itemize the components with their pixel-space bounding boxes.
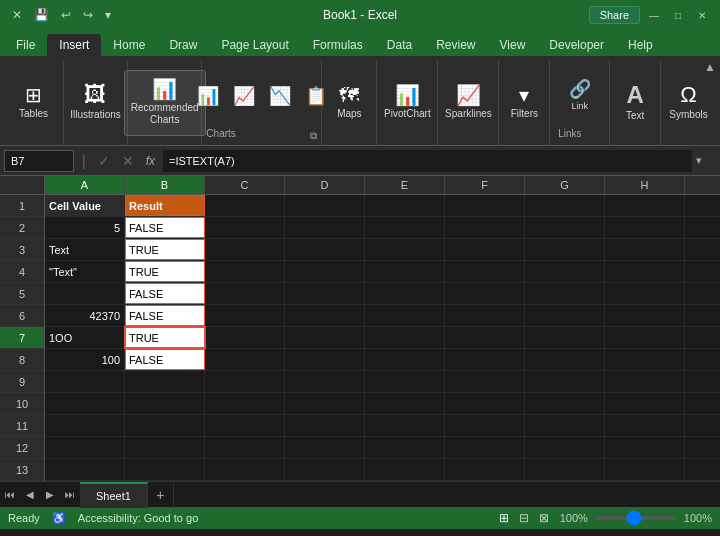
page-layout-view-button[interactable]: ⊟ xyxy=(516,510,532,526)
cell-F5[interactable] xyxy=(445,283,525,304)
col-header-I[interactable]: I xyxy=(685,176,720,194)
cell-B13[interactable] xyxy=(125,459,205,480)
cell-B2[interactable]: FALSE xyxy=(125,217,205,238)
col-header-A[interactable]: A xyxy=(45,176,125,194)
cell-I13[interactable] xyxy=(685,459,720,480)
charts-expand-icon[interactable]: ⧉ xyxy=(310,130,317,142)
cell-E10[interactable] xyxy=(365,393,445,414)
cell-C11[interactable] xyxy=(205,415,285,436)
cell-A8[interactable]: 100 xyxy=(45,349,125,370)
cell-F1[interactable] xyxy=(445,195,525,216)
cell-B3[interactable]: TRUE xyxy=(125,239,205,260)
cell-A13[interactable] xyxy=(45,459,125,480)
cell-E8[interactable] xyxy=(365,349,445,370)
cell-H5[interactable] xyxy=(605,283,685,304)
cell-H10[interactable] xyxy=(605,393,685,414)
tab-data[interactable]: Data xyxy=(375,34,424,56)
redo-icon[interactable]: ↪ xyxy=(79,6,97,24)
cell-C2[interactable] xyxy=(205,217,285,238)
maximize-button[interactable]: □ xyxy=(668,5,688,25)
cell-B5[interactable]: FALSE xyxy=(125,283,205,304)
cell-F12[interactable] xyxy=(445,437,525,458)
row-header-8[interactable]: 8 xyxy=(0,349,44,371)
col-header-F[interactable]: F xyxy=(445,176,525,194)
row-header-3[interactable]: 3 xyxy=(0,239,44,261)
col-header-H[interactable]: H xyxy=(605,176,685,194)
cell-I6[interactable] xyxy=(685,305,720,326)
formula-bar-expand[interactable]: ▾ xyxy=(696,154,716,167)
row-header-11[interactable]: 11 xyxy=(0,415,44,437)
undo-icon[interactable]: ↩ xyxy=(57,6,75,24)
minimize-button[interactable]: — xyxy=(644,5,664,25)
cell-C12[interactable] xyxy=(205,437,285,458)
formula-input[interactable] xyxy=(163,150,692,172)
cell-E11[interactable] xyxy=(365,415,445,436)
cell-A7[interactable]: 1OO xyxy=(45,327,125,348)
illustrations-button[interactable]: 🖼 Illustrations xyxy=(64,70,127,136)
share-button[interactable]: Share xyxy=(589,6,640,24)
cell-B4[interactable]: TRUE xyxy=(125,261,205,282)
cell-F13[interactable] xyxy=(445,459,525,480)
cell-A3[interactable]: Text xyxy=(45,239,125,260)
cell-F11[interactable] xyxy=(445,415,525,436)
cell-H3[interactable] xyxy=(605,239,685,260)
cell-I5[interactable] xyxy=(685,283,720,304)
text-button[interactable]: A Text xyxy=(613,70,658,136)
tab-help[interactable]: Help xyxy=(616,34,665,56)
cell-A12[interactable] xyxy=(45,437,125,458)
cell-D13[interactable] xyxy=(285,459,365,480)
cell-C6[interactable] xyxy=(205,305,285,326)
cell-I3[interactable] xyxy=(685,239,720,260)
cell-G11[interactable] xyxy=(525,415,605,436)
tab-developer[interactable]: Developer xyxy=(537,34,616,56)
cell-E7[interactable] xyxy=(365,327,445,348)
tab-view[interactable]: View xyxy=(488,34,538,56)
cell-E3[interactable] xyxy=(365,239,445,260)
cell-I1[interactable] xyxy=(685,195,720,216)
add-sheet-button[interactable]: + xyxy=(148,482,174,508)
cell-D7[interactable] xyxy=(285,327,365,348)
save-icon[interactable]: 💾 xyxy=(30,6,53,24)
sheet-nav-first[interactable]: ⏮ xyxy=(0,482,20,508)
col-header-G[interactable]: G xyxy=(525,176,605,194)
cell-B8[interactable]: FALSE xyxy=(125,349,205,370)
cell-H2[interactable] xyxy=(605,217,685,238)
row-header-9[interactable]: 9 xyxy=(0,371,44,393)
cell-H1[interactable] xyxy=(605,195,685,216)
cell-B6[interactable]: FALSE xyxy=(125,305,205,326)
cell-C9[interactable] xyxy=(205,371,285,392)
zoom-slider[interactable] xyxy=(596,516,676,520)
cell-D12[interactable] xyxy=(285,437,365,458)
cell-F4[interactable] xyxy=(445,261,525,282)
cell-E4[interactable] xyxy=(365,261,445,282)
cell-H11[interactable] xyxy=(605,415,685,436)
tab-formulas[interactable]: Formulas xyxy=(301,34,375,56)
cell-G4[interactable] xyxy=(525,261,605,282)
row-header-10[interactable]: 10 xyxy=(0,393,44,415)
symbols-button[interactable]: Ω Symbols xyxy=(663,70,713,136)
cell-E9[interactable] xyxy=(365,371,445,392)
horizontal-scrollbar[interactable] xyxy=(174,482,720,508)
cell-E12[interactable] xyxy=(365,437,445,458)
pivotchart-button[interactable]: 📊 PivotChart xyxy=(378,70,437,136)
normal-view-button[interactable]: ⊞ xyxy=(496,510,512,526)
cell-F3[interactable] xyxy=(445,239,525,260)
cell-H6[interactable] xyxy=(605,305,685,326)
cell-G13[interactable] xyxy=(525,459,605,480)
pie-chart-button[interactable]: 📉 xyxy=(263,66,297,126)
cell-B12[interactable] xyxy=(125,437,205,458)
cell-E2[interactable] xyxy=(365,217,445,238)
cell-I2[interactable] xyxy=(685,217,720,238)
cell-G12[interactable] xyxy=(525,437,605,458)
row-header-7[interactable]: 7 xyxy=(0,327,44,349)
cell-H7[interactable] xyxy=(605,327,685,348)
cell-D6[interactable] xyxy=(285,305,365,326)
cell-D9[interactable] xyxy=(285,371,365,392)
cell-B1[interactable]: Result xyxy=(125,195,205,216)
row-header-12[interactable]: 12 xyxy=(0,437,44,459)
tab-page-layout[interactable]: Page Layout xyxy=(209,34,300,56)
cell-A4[interactable]: "Text" xyxy=(45,261,125,282)
cell-I11[interactable] xyxy=(685,415,720,436)
cell-G8[interactable] xyxy=(525,349,605,370)
cell-B9[interactable] xyxy=(125,371,205,392)
